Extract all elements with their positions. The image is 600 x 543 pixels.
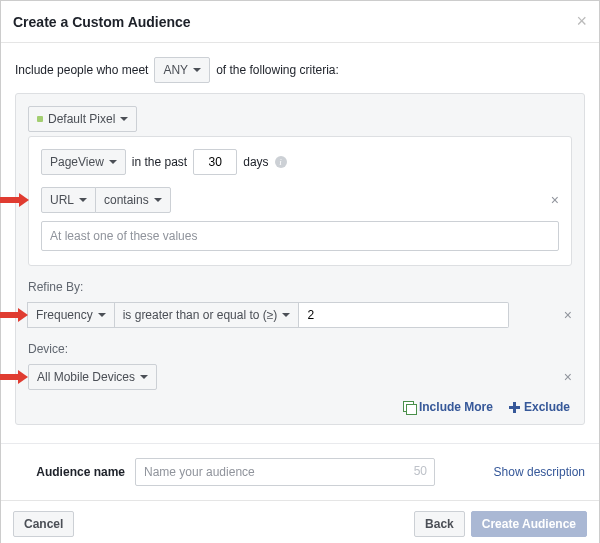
intro-prefix: Include people who meet xyxy=(15,63,148,77)
pixel-dropdown[interactable]: Default Pixel xyxy=(28,106,137,132)
chevron-down-icon xyxy=(140,375,148,379)
chevron-down-icon xyxy=(154,198,162,202)
back-button[interactable]: Back xyxy=(414,511,465,537)
chevron-down-icon xyxy=(282,313,290,317)
audience-name-label: Audience name xyxy=(15,465,125,479)
plus-icon xyxy=(509,402,520,413)
chevron-down-icon xyxy=(109,160,117,164)
remove-refine-icon[interactable]: × xyxy=(564,307,572,323)
event-box: PageView in the past days i URL xyxy=(28,136,572,266)
frequency-value-input[interactable] xyxy=(299,302,509,328)
modal-footer: Cancel Back Create Audience xyxy=(1,500,599,543)
frequency-field-dropdown[interactable]: Frequency xyxy=(27,302,115,328)
modal-header: Create a Custom Audience × xyxy=(1,1,599,43)
include-exclude-row: Include More Exclude xyxy=(30,400,570,414)
audience-name-section: Audience name 50 Show description xyxy=(1,443,599,500)
remove-device-icon[interactable]: × xyxy=(564,369,572,385)
create-audience-button[interactable]: Create Audience xyxy=(471,511,587,537)
modal-title: Create a Custom Audience xyxy=(13,14,191,30)
chevron-down-icon xyxy=(79,198,87,202)
device-label: Device: xyxy=(28,342,572,356)
close-icon[interactable]: × xyxy=(576,11,587,32)
chevron-down-icon xyxy=(193,68,201,72)
char-count: 50 xyxy=(414,464,427,478)
pixel-status-icon xyxy=(37,116,43,122)
days-input[interactable] xyxy=(193,149,237,175)
url-field-dropdown[interactable]: URL xyxy=(41,187,96,213)
remove-rule-icon[interactable]: × xyxy=(551,192,559,208)
url-values-input[interactable] xyxy=(41,221,559,251)
chevron-down-icon xyxy=(98,313,106,317)
event-dropdown[interactable]: PageView xyxy=(41,149,126,175)
days-label: days xyxy=(243,155,268,169)
annotation-arrow xyxy=(0,308,28,322)
show-description-link[interactable]: Show description xyxy=(494,465,585,479)
event-mid-text: in the past xyxy=(132,155,187,169)
intro-suffix: of the following criteria: xyxy=(216,63,339,77)
annotation-arrow xyxy=(0,370,28,384)
audience-name-input[interactable] xyxy=(135,458,435,486)
refine-label: Refine By: xyxy=(28,280,572,294)
cancel-button[interactable]: Cancel xyxy=(13,511,74,537)
criteria-box: Default Pixel PageView in the past days … xyxy=(15,93,585,425)
exclude-link[interactable]: Exclude xyxy=(509,400,570,414)
duplicate-icon xyxy=(403,401,415,413)
chevron-down-icon xyxy=(120,117,128,121)
url-operator-dropdown[interactable]: contains xyxy=(95,187,171,213)
device-dropdown[interactable]: All Mobile Devices xyxy=(28,364,157,390)
info-icon[interactable]: i xyxy=(275,156,287,168)
create-audience-modal: Create a Custom Audience × Include peopl… xyxy=(0,0,600,543)
criteria-intro: Include people who meet ANY of the follo… xyxy=(15,57,585,83)
include-more-link[interactable]: Include More xyxy=(403,400,493,414)
annotation-arrow xyxy=(0,193,29,207)
frequency-row: Frequency is greater than or equal to (≥… xyxy=(28,302,572,328)
match-type-dropdown[interactable]: ANY xyxy=(154,57,210,83)
frequency-operator-dropdown[interactable]: is greater than or equal to (≥) xyxy=(114,302,300,328)
modal-body: Include people who meet ANY of the follo… xyxy=(1,43,599,433)
